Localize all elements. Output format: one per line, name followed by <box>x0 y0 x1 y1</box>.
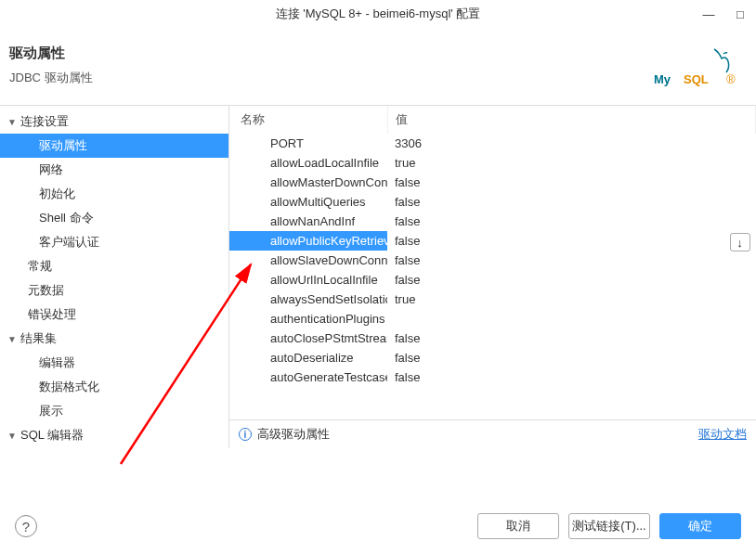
mysql-logo: My SQL ® <box>654 45 737 94</box>
table-row[interactable]: allowPublicKeyRetrievfalse↓ <box>229 231 756 251</box>
svg-text:My: My <box>654 72 671 86</box>
sidebar-child[interactable]: 网络 <box>0 158 228 182</box>
properties-table: 名称 值 PORT3306allowLoadLocalInfiletrueall… <box>229 106 756 387</box>
chevron-icon: ▼ <box>7 117 20 127</box>
sidebar-child[interactable]: 数据格式化 <box>0 375 228 399</box>
arrow-down-icon: ↓ <box>736 236 743 250</box>
table-row[interactable]: authenticationPlugins <box>229 309 756 329</box>
sidebar-item-label: 结果集 <box>20 330 57 347</box>
help-icon[interactable]: ? <box>15 515 37 537</box>
property-value-cell[interactable]: true <box>387 153 756 173</box>
sidebar-child[interactable]: 客户端认证 <box>0 230 228 254</box>
content-area: ▼连接设置驱动属性网络初始化Shell 命令客户端认证常规元数据错误处理▼结果集… <box>0 105 756 448</box>
sidebar-child[interactable]: Shell 命令 <box>0 206 228 230</box>
column-header-name[interactable]: 名称 <box>229 106 387 134</box>
property-value-cell[interactable]: false <box>387 329 756 348</box>
window-title: 连接 'MySQL 8+ - beimei6-mysql' 配置 <box>276 6 481 22</box>
sidebar-parent[interactable]: 常规 <box>0 254 228 278</box>
minimize-button[interactable]: — <box>702 7 715 21</box>
property-value-cell[interactable]: false <box>387 173 756 192</box>
test-connection-button[interactable]: 测试链接(T)... <box>568 513 650 539</box>
property-value-cell[interactable]: 3306 <box>387 134 756 153</box>
table-row[interactable]: allowUrlInLocalInfilefalse <box>229 270 756 290</box>
property-name-cell: PORT <box>229 134 387 153</box>
property-name-cell: autoGenerateTestcaseS <box>229 367 387 387</box>
table-row[interactable]: autoClosePStmtStreamsfalse <box>229 329 756 348</box>
property-value-cell[interactable] <box>387 309 756 329</box>
sidebar-child[interactable]: 驱动属性 <box>0 134 228 158</box>
property-name-cell: allowSlaveDownConnect <box>229 251 387 270</box>
sidebar-item-label: 元数据 <box>28 282 64 299</box>
sidebar-parent[interactable]: 元数据 <box>0 278 228 303</box>
footer-info-bar: i 高级驱动属性 驱动文档 <box>229 419 756 448</box>
property-name-cell: allowNanAndInf <box>229 212 387 231</box>
ok-button[interactable]: 确定 <box>659 513 741 539</box>
property-name-cell: allowMasterDownConnec <box>229 173 387 192</box>
column-header-value[interactable]: 值 <box>387 106 756 134</box>
sidebar-child[interactable]: 编辑器 <box>0 351 228 375</box>
header: 驱动属性 JDBC 驱动属性 My SQL ® <box>0 28 756 105</box>
property-value-cell[interactable]: false <box>387 270 756 290</box>
property-name-cell: alwaysSendSetIsolatio <box>229 290 387 309</box>
svg-text:SQL: SQL <box>684 72 709 86</box>
property-value-cell[interactable]: false <box>387 212 756 231</box>
property-name-cell: allowUrlInLocalInfile <box>229 270 387 290</box>
sidebar-parent[interactable]: ▼连接设置 <box>0 110 228 134</box>
sidebar-child[interactable]: SQL 处理 <box>0 447 228 448</box>
property-name-cell: allowMultiQueries <box>229 192 387 212</box>
table-row[interactable]: allowMultiQueriesfalse <box>229 192 756 212</box>
cancel-button[interactable]: 取消 <box>477 513 559 539</box>
table-row[interactable]: autoGenerateTestcaseSfalse <box>229 367 756 387</box>
driver-docs-link[interactable]: 驱动文档 <box>698 426 747 443</box>
sidebar-item-label: 常规 <box>28 258 52 275</box>
property-value-cell[interactable]: false <box>387 367 756 387</box>
table-row[interactable]: allowSlaveDownConnectfalse <box>229 251 756 270</box>
property-name-cell: allowPublicKeyRetriev <box>229 231 387 251</box>
sidebar-item-label: SQL 编辑器 <box>20 427 84 444</box>
button-group: 取消 测试链接(T)... 确定 <box>477 513 741 539</box>
sidebar-item-label: 错误处理 <box>28 306 76 323</box>
table-row[interactable]: allowLoadLocalInfiletrue <box>229 153 756 173</box>
table-row[interactable]: allowMasterDownConnecfalse <box>229 173 756 192</box>
property-value-cell[interactable]: false <box>387 348 756 367</box>
footer-info-label: 高级驱动属性 <box>257 426 330 443</box>
property-value-cell[interactable]: false <box>387 192 756 212</box>
property-value-cell[interactable]: false↓ <box>387 231 756 251</box>
property-name-cell: autoClosePStmtStreams <box>229 329 387 348</box>
svg-text:®: ® <box>726 72 736 86</box>
chevron-icon: ▼ <box>7 431 20 441</box>
maximize-button[interactable]: □ <box>734 7 747 21</box>
page-title: 驱动属性 <box>9 45 93 62</box>
properties-table-wrap: 名称 值 PORT3306allowLoadLocalInfiletrueall… <box>229 106 756 419</box>
sidebar: ▼连接设置驱动属性网络初始化Shell 命令客户端认证常规元数据错误处理▼结果集… <box>0 106 229 448</box>
page-subtitle: JDBC 驱动属性 <box>9 70 93 86</box>
property-value-cell[interactable]: false <box>387 251 756 270</box>
dropdown-button[interactable]: ↓ <box>730 233 750 251</box>
sidebar-parent[interactable]: ▼SQL 编辑器 <box>0 423 228 447</box>
sidebar-item-label: 连接设置 <box>20 113 69 130</box>
sidebar-parent[interactable]: 错误处理 <box>0 303 228 327</box>
titlebar: 连接 'MySQL 8+ - beimei6-mysql' 配置 — □ <box>0 0 756 28</box>
info-icon: i <box>239 428 252 441</box>
property-name-cell: allowLoadLocalInfile <box>229 153 387 173</box>
property-name-cell: authenticationPlugins <box>229 309 387 329</box>
property-value-cell[interactable]: true <box>387 290 756 309</box>
table-row[interactable]: allowNanAndInffalse <box>229 212 756 231</box>
sidebar-child[interactable]: 初始化 <box>0 182 228 206</box>
sidebar-child[interactable]: 展示 <box>0 399 228 423</box>
main-panel: 名称 值 PORT3306allowLoadLocalInfiletrueall… <box>229 106 756 448</box>
bottom-bar: ? 取消 测试链接(T)... 确定 <box>0 498 756 554</box>
table-row[interactable]: alwaysSendSetIsolatiotrue <box>229 290 756 309</box>
table-row[interactable]: autoDeserializefalse <box>229 348 756 367</box>
property-name-cell: autoDeserialize <box>229 348 387 367</box>
window-controls: — □ <box>702 7 747 21</box>
table-row[interactable]: PORT3306 <box>229 134 756 153</box>
chevron-icon: ▼ <box>7 334 20 344</box>
sidebar-parent[interactable]: ▼结果集 <box>0 327 228 351</box>
